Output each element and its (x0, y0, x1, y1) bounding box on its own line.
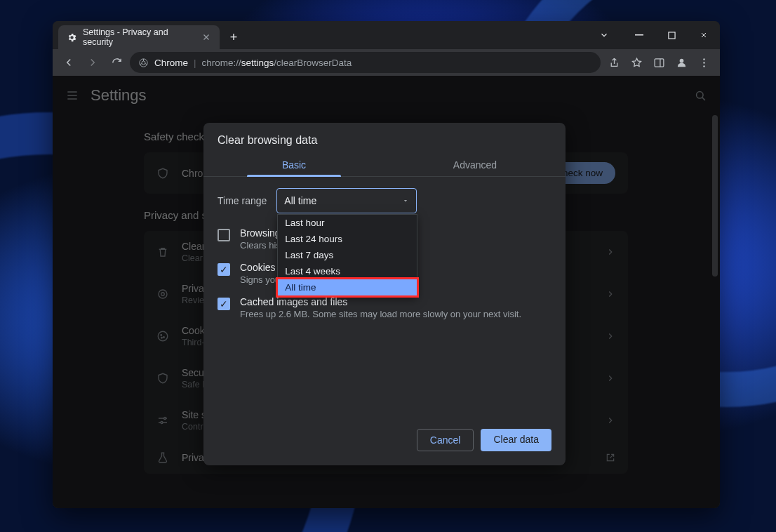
browser-window: Settings - Privacy and security + Chrome… (53, 21, 720, 508)
new-tab-button[interactable]: + (224, 27, 243, 47)
profile-icon[interactable] (671, 52, 692, 73)
settings-page: Settings Safety check Chrome can help ke… (53, 76, 720, 508)
clear-data-button[interactable]: Clear data (481, 429, 551, 451)
time-range-label: Time range (218, 195, 267, 206)
back-button[interactable] (58, 52, 79, 73)
dropdown-option[interactable]: Last 24 hours (278, 231, 417, 247)
checkbox[interactable] (218, 229, 230, 241)
tab-title: Settings - Privacy and security (83, 27, 196, 47)
url-separator: | (194, 58, 196, 68)
checkbox[interactable]: ✓ (218, 263, 230, 276)
svg-point-3 (142, 61, 145, 65)
dropdown-option[interactable]: Last hour (278, 215, 417, 231)
dialog-tabs: Basic Advanced (203, 152, 566, 177)
dropdown-arrow-icon (402, 197, 409, 204)
svg-rect-4 (655, 58, 664, 66)
close-icon[interactable] (201, 32, 211, 42)
share-icon[interactable] (603, 52, 624, 73)
dropdown-option[interactable]: Last 4 weeks (278, 263, 417, 279)
browser-toolbar: Chrome | chrome://settings/clearBrowserD… (53, 49, 720, 76)
window-controls (588, 21, 720, 49)
tab-advanced[interactable]: Advanced (384, 152, 566, 177)
clear-browsing-data-dialog: Clear browsing data Basic Advanced Time … (203, 123, 566, 465)
maximize-button[interactable] (655, 21, 688, 49)
url-scheme: Chrome (154, 58, 188, 68)
svg-point-7 (703, 62, 704, 63)
minimize-button[interactable] (623, 21, 655, 49)
dropdown-option-selected[interactable]: All time (278, 279, 417, 295)
gear-icon (67, 32, 77, 43)
tab-basic[interactable]: Basic (203, 152, 384, 177)
dropdown-option[interactable]: Last 7 days (278, 247, 417, 263)
panel-icon[interactable] (648, 52, 669, 73)
menu-icon[interactable] (693, 52, 714, 73)
reload-button[interactable] (106, 52, 127, 73)
svg-rect-1 (668, 32, 674, 38)
svg-point-8 (703, 65, 704, 67)
time-range-select[interactable]: All time Last hour Last 24 hours Last 7 … (276, 188, 417, 213)
star-icon[interactable] (626, 52, 647, 73)
browser-tab[interactable]: Settings - Privacy and security (58, 25, 220, 49)
close-window-button[interactable] (688, 21, 720, 49)
url-text: chrome://settings/clearBrowserData (202, 58, 352, 68)
title-bar: Settings - Privacy and security + (53, 21, 720, 49)
svg-rect-0 (635, 34, 643, 36)
dialog-title: Clear browsing data (203, 123, 566, 152)
time-range-dropdown: Last hour Last 24 hours Last 7 days Last… (277, 214, 417, 296)
forward-button[interactable] (82, 52, 103, 73)
address-bar[interactable]: Chrome | chrome://settings/clearBrowserD… (130, 52, 601, 73)
chrome-icon (138, 58, 149, 68)
time-range-value: All time (284, 195, 316, 206)
chevron-down-icon[interactable] (588, 21, 620, 49)
cancel-button[interactable]: Cancel (417, 429, 474, 451)
svg-point-6 (703, 58, 704, 60)
checkbox[interactable]: ✓ (218, 298, 230, 310)
svg-point-5 (679, 58, 683, 62)
